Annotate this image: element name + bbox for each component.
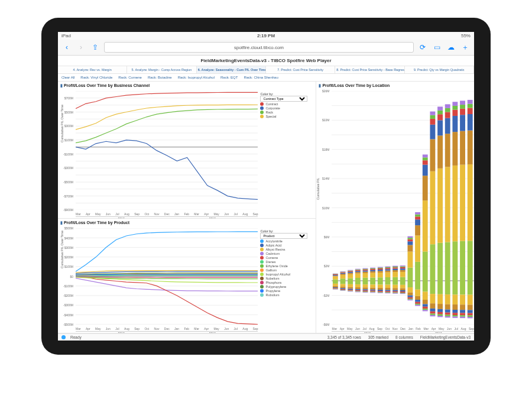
svg-rect-145 [378,292,383,293]
svg-rect-186 [400,291,406,293]
svg-rect-90 [348,291,353,291]
svg-rect-279 [453,102,458,106]
svg-rect-57 [333,284,338,286]
chart-business-channel[interactable]: Cumulative P/L Over Time Movement Date (… [76,91,258,210]
legend-item[interactable]: Nobelium [260,277,313,280]
legend-item[interactable]: Rubidium [260,293,313,297]
report-tab[interactable]: 7. Predict: Cust Price Sensitivity [266,66,335,73]
book-icon[interactable]: ▭ [432,42,442,53]
legend-item[interactable]: Propylene [260,289,313,293]
svg-rect-175 [400,277,406,281]
report-tab[interactable]: 6. Analyze: Seasonality - Cum P/L Over T… [197,66,266,73]
forward-button[interactable]: › [76,42,86,53]
svg-rect-127 [371,284,376,287]
dashboard: Profit/Loss Over Time by Business Channe… [58,82,474,333]
legend-item[interactable]: Ethylene Oxide [260,264,313,268]
filter-link[interactable]: Clear All [61,76,74,79]
svg-rect-59 [333,287,338,288]
svg-rect-70 [340,281,346,284]
filter-link[interactable]: Rack: Isopropyl Alcohol [178,76,215,79]
legend-item[interactable]: Rack [260,111,313,114]
svg-rect-222 [423,157,428,160]
legend-a: Color by: Contract Type ContractCorporat… [258,90,316,218]
legend-item[interactable]: Cumene [260,256,313,260]
svg-rect-155 [385,285,391,288]
legend-item[interactable]: Gallium [260,268,313,272]
legend-item[interactable]: Special [260,115,313,118]
svg-rect-297 [460,310,466,313]
svg-rect-82 [348,271,353,271]
legend-item[interactable]: Dienes [260,260,313,264]
cloud-icon[interactable]: ☁ [446,42,456,53]
legend-item[interactable]: Corporate [260,106,313,110]
chart-location[interactable]: Cumulative P/L Movement Date (Month) -$6… [332,91,474,325]
chart-product[interactable]: Cumulative P/L Over Time Movement Date (… [76,228,258,325]
svg-rect-313 [468,316,473,317]
legend-item[interactable]: Contract [260,102,313,106]
svg-rect-184 [400,288,406,290]
svg-rect-183 [400,285,406,288]
svg-rect-125 [371,268,376,268]
svg-rect-283 [453,310,458,313]
filter-link[interactable]: Rack: EQT [220,76,238,79]
legend-item[interactable]: Phosphora [260,281,313,284]
svg-rect-247 [438,135,443,168]
back-button[interactable]: ‹ [61,42,72,53]
svg-rect-86 [348,287,353,289]
filter-link[interactable]: Rack: Butadine [148,76,172,79]
filter-link[interactable]: Rack: Vinyl Chloride [80,76,112,79]
svg-rect-151 [385,268,391,269]
legend-item[interactable]: Polypropylene [260,285,313,288]
svg-rect-251 [438,106,443,110]
legend-a-select[interactable]: Contract Type [260,96,307,102]
svg-rect-165 [393,267,398,268]
svg-rect-236 [430,115,436,119]
report-tab[interactable]: 8. Predict: Cust Price Sensitivity - Bas… [335,66,404,73]
legend-item[interactable]: Acrylonitrile [260,239,313,243]
svg-rect-112 [363,281,368,284]
svg-rect-118 [363,292,368,293]
svg-rect-185 [400,290,406,291]
battery-label: 55% [461,33,471,38]
report-tab[interactable]: 4. Analyze: Rev vs. Margin [58,66,127,73]
legend-item[interactable]: Cadmium [260,252,313,255]
svg-rect-238 [430,281,436,294]
svg-rect-161 [393,277,398,281]
report-tab[interactable]: 9. Predict: Qty vs Margin Quadratic [405,66,474,73]
svg-rect-254 [438,304,443,309]
filter-link[interactable]: Rack: Cumene [118,76,142,79]
svg-rect-219 [423,176,428,200]
svg-rect-119 [371,278,376,281]
svg-rect-160 [385,293,391,293]
panel-c-title: Profit/Loss Over Time by Location [316,82,474,90]
share-icon[interactable]: ⇪ [90,42,100,53]
legend-item[interactable]: Alkyst Resins [260,248,313,251]
legend-item[interactable]: Adipic Acid [260,244,313,247]
svg-rect-128 [371,288,376,290]
filter-link[interactable]: Rack: China Shenhau [244,76,278,79]
new-tab-button[interactable]: ＋ [460,42,471,53]
svg-rect-314 [468,317,473,318]
svg-rect-289 [460,131,466,165]
svg-rect-245 [438,243,443,281]
svg-rect-256 [438,312,443,315]
svg-rect-195 [408,236,413,238]
legend-item[interactable]: Isopropyl Alcohol [260,273,313,276]
url-bar[interactable]: spotfire.cloud.tibco.com [104,42,414,53]
svg-rect-159 [385,292,391,293]
svg-rect-174 [393,293,398,294]
svg-rect-265 [445,104,450,108]
svg-rect-167 [393,266,398,267]
svg-rect-204 [416,235,421,261]
svg-rect-97 [355,269,361,270]
svg-rect-126 [371,281,376,284]
svg-rect-269 [445,310,450,313]
svg-rect-242 [430,312,436,314]
report-tab[interactable]: 5. Analyze: Margin - Comp Across Region [127,66,196,73]
svg-rect-216 [416,305,421,306]
svg-rect-109 [363,270,368,271]
reload-icon[interactable]: ⟳ [417,42,428,53]
svg-rect-190 [408,252,413,268]
svg-rect-215 [416,304,421,305]
legend-b-select[interactable]: Product [260,233,307,239]
